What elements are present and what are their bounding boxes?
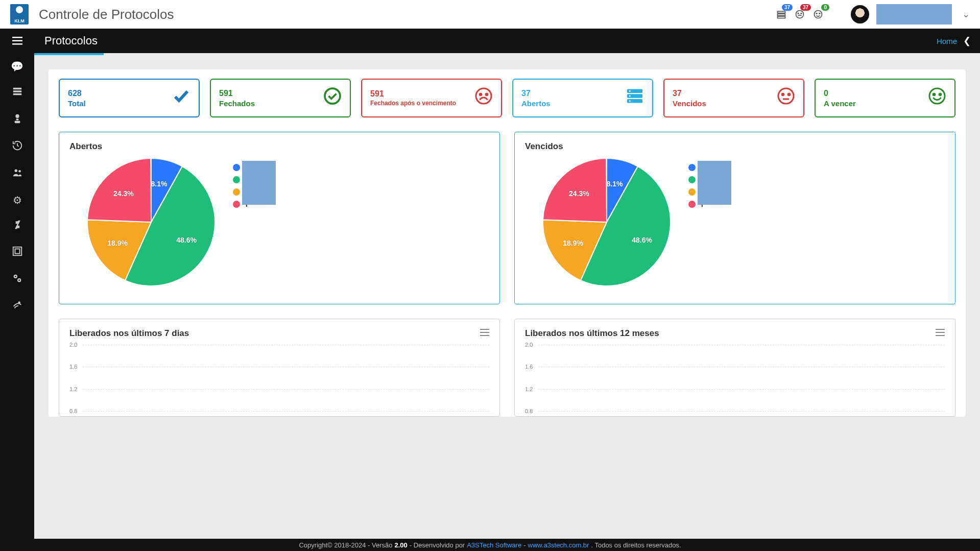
line-chart-area: 2.01.61.20.8 [538, 345, 945, 411]
stat-number: 37 [673, 89, 706, 98]
legend-color-icon [233, 201, 240, 208]
smile-icon [928, 87, 946, 109]
legend-color-icon [233, 188, 240, 196]
legend: AJRT [688, 163, 706, 212]
main-content: 628Total591Fechados591Fechados após o ve… [34, 55, 980, 539]
footer-text: - [523, 541, 525, 549]
svg-point-43 [939, 93, 941, 95]
stat-label: Total [68, 99, 86, 108]
gridline [83, 389, 489, 390]
svg-point-7 [816, 13, 817, 14]
line-panel-7days: Liberados nos últimos 7 dias 2.01.61.20.… [59, 319, 500, 417]
pie-panel-vencidos: Vencidos 8.1%48.6%18.9%24.3% AJRT [514, 132, 955, 304]
server-icon[interactable] [0, 86, 34, 100]
history-icon[interactable] [0, 140, 34, 154]
person-icon[interactable] [0, 113, 34, 127]
svg-point-15 [15, 114, 19, 118]
notif-avencer-icon[interactable]: 0 [813, 9, 823, 19]
svg-rect-49 [936, 335, 945, 336]
pie-panel-abertos: Abertos 8.1%48.6%18.9%24.3% AJRT [59, 132, 500, 304]
gears-icon[interactable] [0, 273, 34, 286]
notification-group: 37 37 0 [776, 9, 823, 19]
pie-chart: 8.1%48.6%18.9%24.3% [85, 156, 218, 289]
home-link[interactable]: Home [937, 37, 957, 45]
chevron-left-icon[interactable]: ❮ [963, 35, 971, 46]
stat-number: 591 [370, 89, 456, 99]
stat-label: Vencidos [673, 99, 706, 108]
svg-rect-45 [480, 332, 489, 333]
stat-box[interactable]: 37Abertos [512, 79, 653, 117]
svg-rect-48 [936, 332, 945, 333]
y-axis-tick: 0.8 [69, 408, 77, 414]
stats-row: 628Total591Fechados591Fechados após o ve… [59, 79, 955, 117]
svg-rect-14 [13, 93, 21, 95]
svg-point-16 [16, 118, 19, 121]
chat-icon[interactable]: 💬 [0, 60, 34, 73]
stat-text: 628Total [68, 89, 86, 108]
y-axis-tick: 2.0 [525, 342, 533, 348]
gear-icon[interactable]: ⚙ [0, 194, 34, 206]
svg-rect-46 [480, 335, 489, 336]
stat-box[interactable]: 628Total [59, 79, 200, 117]
stat-label: Fechados [219, 99, 255, 108]
legend-color-icon [688, 176, 696, 183]
line-charts-row: Liberados nos últimos 7 dias 2.01.61.20.… [59, 319, 955, 417]
stat-box[interactable]: 37Vencidos [663, 79, 804, 117]
svg-point-34 [629, 90, 631, 92]
gridline [83, 345, 489, 345]
group-box-icon[interactable] [0, 246, 34, 259]
avatar[interactable] [851, 5, 869, 23]
stat-text: 37Vencidos [673, 89, 706, 108]
svg-rect-13 [13, 90, 21, 92]
svg-point-39 [788, 93, 790, 95]
chevron-down-icon[interactable]: ⌄ [962, 9, 970, 20]
legend-color-icon [688, 164, 696, 171]
chart-menu-icon[interactable] [936, 329, 945, 338]
svg-point-26 [18, 302, 20, 303]
pie-slice-label: 24.3% [569, 189, 589, 198]
y-axis-tick: 0.8 [525, 408, 533, 414]
svg-point-4 [798, 13, 799, 14]
pie-slice-label: 48.6% [176, 236, 197, 244]
svg-point-25 [18, 279, 20, 281]
dashboard-card: 628Total591Fechados591Fechados após o ve… [49, 69, 966, 417]
footer-url-link[interactable]: www.a3stech.com.br [528, 541, 589, 549]
chart-menu-icon[interactable] [480, 329, 489, 338]
footer-brand-link[interactable]: A3STech Software [467, 541, 521, 549]
line-chart-area: 2.01.61.20.8 [83, 345, 489, 411]
gridline [538, 345, 945, 345]
user-name-block[interactable] [876, 4, 952, 25]
check-icon [172, 87, 190, 109]
svg-point-38 [782, 93, 784, 95]
footer: Copyright© 2018-2024 - Versão 2.00 - Des… [0, 539, 980, 551]
footer-text: - Desenvolvido por [410, 541, 465, 549]
pie-charts-row: Abertos 8.1%48.6%18.9%24.3% AJRT Vencido… [59, 132, 955, 304]
y-axis-tick: 1.6 [69, 364, 77, 370]
stat-box[interactable]: 0A vencer [815, 79, 955, 117]
svg-rect-44 [480, 329, 489, 330]
redacted-block [698, 161, 731, 205]
stat-text: 0A vencer [824, 89, 856, 108]
pie-slice-label: 8.1% [607, 180, 623, 188]
svg-rect-1 [778, 14, 785, 15]
sidebar: 💬 ⚙ [0, 53, 34, 551]
footer-text: . Todos os direitos reservados. [591, 541, 681, 549]
brand-logo[interactable]: KLM [10, 4, 29, 25]
pie-slice-label: 18.9% [107, 239, 128, 247]
stat-label: Fechados após o vencimento [370, 100, 456, 107]
stat-box[interactable]: 591Fechados após o vencimento [361, 79, 502, 117]
notif-abertos-icon[interactable]: 37 [776, 9, 786, 19]
svg-point-27 [325, 88, 340, 104]
gridline [83, 411, 489, 412]
stat-box[interactable]: 591Fechados [210, 79, 351, 117]
accessibility-icon[interactable] [0, 300, 34, 314]
deviant-icon[interactable] [0, 220, 34, 232]
svg-rect-11 [12, 43, 22, 45]
users-icon[interactable] [0, 167, 34, 181]
pie-slice-label: 18.9% [563, 239, 583, 247]
legend-color-icon [233, 176, 240, 183]
hamburger-icon[interactable] [0, 37, 34, 45]
page-title: Protocolos [44, 34, 98, 47]
notif-vencidos-icon[interactable]: 37 [795, 9, 805, 19]
svg-point-19 [18, 170, 21, 173]
